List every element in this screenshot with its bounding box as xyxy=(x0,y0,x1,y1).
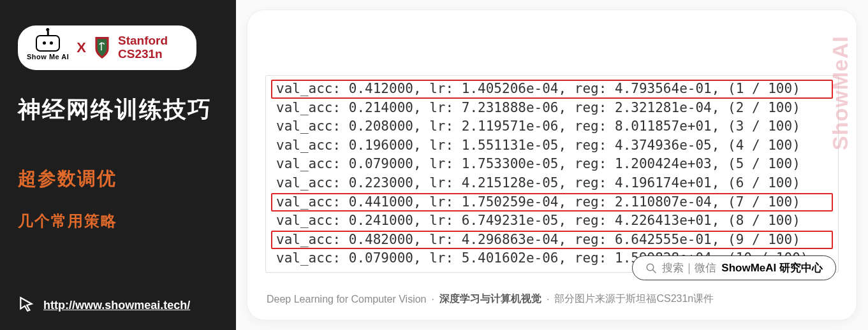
console-line: val_acc: 0.223000, lr: 4.215128e-05, reg… xyxy=(271,174,833,193)
logo-box: Show Me AI X Stanford CS231n xyxy=(18,25,196,70)
console-line: val_acc: 0.412000, lr: 1.405206e-04, reg… xyxy=(271,80,833,99)
website-link[interactable]: http://www.showmeai.tech/ xyxy=(43,299,190,312)
console-line: val_acc: 0.241000, lr: 6.749231e-05, reg… xyxy=(271,212,833,231)
console-output: val_acc: 0.412000, lr: 1.405206e-04, reg… xyxy=(271,80,833,268)
footer-dot-1: · xyxy=(432,294,434,305)
console-line: val_acc: 0.441000, lr: 1.750259e-04, reg… xyxy=(271,193,833,212)
footer: Deep Learning for Computer Vision · 深度学习… xyxy=(267,292,837,306)
console-output-box: val_acc: 0.412000, lr: 1.405206e-04, reg… xyxy=(265,75,839,273)
content-card: ShowMeAI val_acc: 0.412000, lr: 1.405206… xyxy=(247,10,857,320)
logo-separator-x: X xyxy=(77,39,86,56)
page-root: Show Me AI X Stanford CS231n 神经网络训练技巧 超参… xyxy=(0,0,868,330)
sidebar: Show Me AI X Stanford CS231n 神经网络训练技巧 超参… xyxy=(0,0,236,330)
url-row: http://www.showmeai.tech/ xyxy=(18,284,218,315)
search-prefix: 搜索｜微信 xyxy=(662,261,716,275)
main-area: ShowMeAI val_acc: 0.412000, lr: 1.405206… xyxy=(236,0,868,330)
cursor-icon xyxy=(18,296,34,315)
search-icon xyxy=(645,262,657,274)
console-line: val_acc: 0.208000, lr: 2.119571e-06, reg… xyxy=(271,117,833,136)
footer-en: Deep Learning for Computer Vision xyxy=(267,294,427,305)
slide-subtitle-1: 超参数调优 xyxy=(18,166,218,192)
stanford-name: Stanford xyxy=(118,34,168,48)
search-account: ShowMeAI 研究中心 xyxy=(721,261,823,275)
svg-point-0 xyxy=(647,264,654,271)
footer-credit: 部分图片来源于斯坦福CS231n课件 xyxy=(554,292,714,306)
watermark-text: ShowMeAI xyxy=(828,36,853,150)
search-pill[interactable]: 搜索｜微信 ShowMeAI 研究中心 xyxy=(632,255,836,280)
showmeai-logo-text: Show Me AI xyxy=(27,53,69,61)
console-line: val_acc: 0.079000, lr: 1.753300e-05, reg… xyxy=(271,155,833,174)
stanford-course-label: Stanford CS231n xyxy=(118,34,168,61)
console-line: val_acc: 0.482000, lr: 4.296863e-04, reg… xyxy=(271,231,833,250)
stanford-shield-icon xyxy=(94,36,110,60)
console-line: val_acc: 0.214000, lr: 7.231888e-06, reg… xyxy=(271,99,833,118)
svg-line-1 xyxy=(653,269,656,273)
showmeai-logo: Show Me AI xyxy=(27,35,69,61)
console-line: val_acc: 0.196000, lr: 1.551131e-05, reg… xyxy=(271,136,833,155)
footer-dot-2: · xyxy=(547,294,549,305)
stanford-course: CS231n xyxy=(118,48,168,61)
footer-cn: 深度学习与计算机视觉 xyxy=(439,292,541,306)
slide-title: 神经网络训练技巧 xyxy=(18,94,218,126)
robot-icon xyxy=(36,35,60,52)
slide-subtitle-2: 几个常用策略 xyxy=(18,211,218,231)
